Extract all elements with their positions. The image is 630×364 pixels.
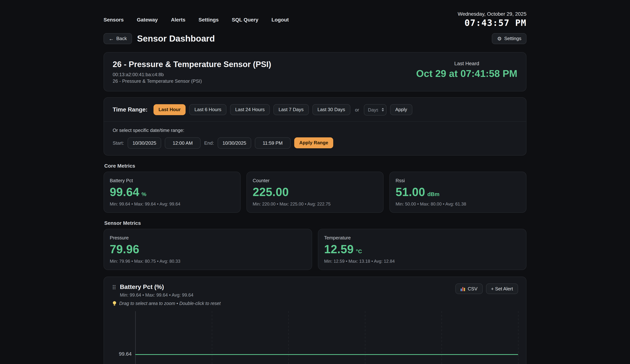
lightbulb-icon (112, 301, 117, 306)
sensor-metrics-title: Sensor Metrics (104, 220, 526, 226)
metric-stats: Min: 79.96 • Max: 80.75 • Avg: 80.33 (110, 259, 306, 264)
time-range-card: Time Range: Last Hour Last 6 Hours Last … (104, 97, 526, 155)
apply-days-button[interactable]: Apply (390, 104, 412, 115)
back-arrow-icon: ← (109, 36, 114, 41)
nav-settings[interactable]: Settings (198, 16, 218, 22)
battery-pct-series-line (135, 354, 518, 355)
settings-button[interactable]: ⚙ Settings (492, 33, 526, 44)
metric-stats: Min: 99.64 • Max: 99.64 • Avg: 99.64 (110, 201, 234, 206)
metric-value: 79.96 (110, 243, 139, 256)
custom-range-row: Start: End: Apply Range (113, 137, 517, 148)
divider (104, 121, 526, 121)
metric-unit: °C (356, 248, 362, 254)
metric-label: Pressure (110, 235, 306, 240)
core-metrics-title: Core Metrics (104, 163, 526, 169)
sensor-metrics-grid: Pressure 79.96 Min: 79.96 • Max: 80.75 •… (104, 229, 526, 270)
current-date: Wednesday, October 29, 2025 (458, 11, 526, 17)
nav-gateway[interactable]: Gateway (137, 16, 158, 22)
sensor-info-card: 26 - Pressure & Temperature Sensor (PSI)… (104, 52, 526, 91)
metric-card-battery-pct: Battery Pct 99.64 % Min: 99.64 • Max: 99… (104, 171, 240, 213)
drag-handle-icon[interactable]: ⠿ (112, 283, 116, 291)
end-date-input[interactable] (218, 137, 251, 148)
custom-range-label: Or select specific date/time range: (113, 127, 517, 133)
back-button[interactable]: ← Back (104, 33, 132, 44)
metric-value: 99.64 (110, 185, 139, 199)
csv-export-button[interactable]: CSV (455, 283, 482, 294)
nav-alerts[interactable]: Alerts (171, 16, 186, 22)
chart-plot-area[interactable]: 99.64 (135, 311, 518, 364)
chart-title: Battery Pct (%) (120, 283, 193, 291)
number-stepper-icon[interactable] (382, 108, 384, 111)
last-heard-value: Oct 29 at 07:41:58 PM (416, 68, 517, 79)
settings-button-label: Settings (504, 36, 521, 41)
gridline (212, 311, 212, 364)
metric-card-rssi: Rssi 51.00 dBm Min: 50.00 • Max: 80.00 •… (390, 171, 526, 213)
gridline (442, 311, 442, 364)
end-time-input[interactable] (255, 137, 290, 148)
metric-value: 51.00 (396, 185, 425, 199)
nav-sensors[interactable]: Sensors (104, 16, 124, 22)
chart-tip-text: Drag to select area to zoom • Double-cli… (119, 301, 220, 306)
metric-value: 225.00 (253, 185, 289, 199)
csv-button-label: CSV (468, 286, 478, 292)
apply-range-button[interactable]: Apply Range (294, 138, 334, 148)
sensor-subtitle: 26 - Pressure & Temperature Sensor (PSI) (113, 78, 271, 84)
metric-stats: Min: 12.59 • Max: 13.18 • Avg: 12.84 (324, 259, 520, 264)
preset-last-30-days[interactable]: Last 30 Days (312, 104, 350, 115)
metric-stats: Min: 50.00 • Max: 80.00 • Avg: 61.38 (396, 201, 520, 206)
preset-last-hour[interactable]: Last Hour (153, 104, 186, 115)
page-title: Sensor Dashboard (137, 33, 215, 44)
gridline (365, 311, 365, 364)
top-bar: Sensors Gateway Alerts Settings SQL Quer… (104, 0, 526, 28)
current-time: 07:43:57 PM (458, 18, 526, 28)
metric-unit: % (142, 191, 146, 197)
start-date-input[interactable] (128, 137, 161, 148)
sensor-info-left: 26 - Pressure & Temperature Sensor (PSI)… (113, 59, 271, 84)
or-label: or (355, 107, 359, 112)
last-heard-label: Last Heard (454, 60, 479, 66)
end-label: End: (204, 140, 214, 146)
metric-unit: dBm (427, 191, 440, 197)
days-input-wrap (364, 104, 386, 115)
nav-sql-query[interactable]: SQL Query (232, 16, 258, 22)
battery-pct-chart-card: ⠿ Battery Pct (%) Min: 99.64 • Max: 99.6… (104, 276, 526, 364)
set-alert-button[interactable]: + Set Alert (486, 283, 518, 294)
sensor-mac: 00:13:a2:00:41:ba:c4:8b (113, 72, 271, 77)
metric-label: Temperature (324, 235, 520, 240)
main-nav: Sensors Gateway Alerts Settings SQL Quer… (104, 16, 289, 22)
metric-value: 12.59 (324, 243, 354, 256)
gridline (518, 311, 518, 364)
gridline (288, 311, 289, 364)
preset-last-24-hours[interactable]: Last 24 Hours (230, 104, 270, 115)
time-range-presets-row: Time Range: Last Hour Last 6 Hours Last … (113, 104, 517, 115)
metric-label: Rssi (396, 178, 520, 183)
time-range-label: Time Range: (113, 106, 148, 113)
metric-label: Battery Pct (110, 178, 234, 183)
y-axis-tick-label: 99.64 (114, 351, 132, 357)
metric-label: Counter (253, 178, 377, 183)
core-metrics-grid: Battery Pct 99.64 % Min: 99.64 • Max: 99… (104, 171, 526, 213)
bar-chart-icon (460, 286, 465, 291)
back-button-label: Back (116, 36, 127, 41)
sensor-title: 26 - Pressure & Temperature Sensor (PSI) (113, 59, 271, 69)
metric-stats: Min: 220.00 • Max: 225.00 • Avg: 222.75 (253, 201, 377, 206)
last-heard-block: Last Heard Oct 29 at 07:41:58 PM (416, 59, 517, 79)
sensor-dashboard-page: Sensors Gateway Alerts Settings SQL Quer… (0, 0, 630, 364)
page-header: ← Back Sensor Dashboard ⚙ Settings (104, 33, 526, 44)
metric-card-temperature: Temperature 12.59 °C Min: 12.59 • Max: 1… (318, 229, 526, 270)
nav-logout[interactable]: Logout (272, 16, 289, 22)
chart-stats: Min: 99.64 • Max: 99.64 • Avg: 99.64 (120, 292, 193, 298)
start-time-input[interactable] (165, 137, 200, 148)
preset-last-7-days[interactable]: Last 7 Days (274, 104, 308, 115)
preset-last-6-hours[interactable]: Last 6 Hours (190, 104, 226, 115)
start-label: Start: (113, 140, 124, 146)
metric-card-pressure: Pressure 79.96 Min: 79.96 • Max: 80.75 •… (104, 229, 312, 270)
y-axis-line (135, 311, 136, 364)
datetime-block: Wednesday, October 29, 2025 07:43:57 PM (458, 11, 526, 28)
gear-icon: ⚙ (497, 36, 502, 41)
metric-card-counter: Counter 225.00 Min: 220.00 • Max: 225.00… (246, 171, 384, 213)
